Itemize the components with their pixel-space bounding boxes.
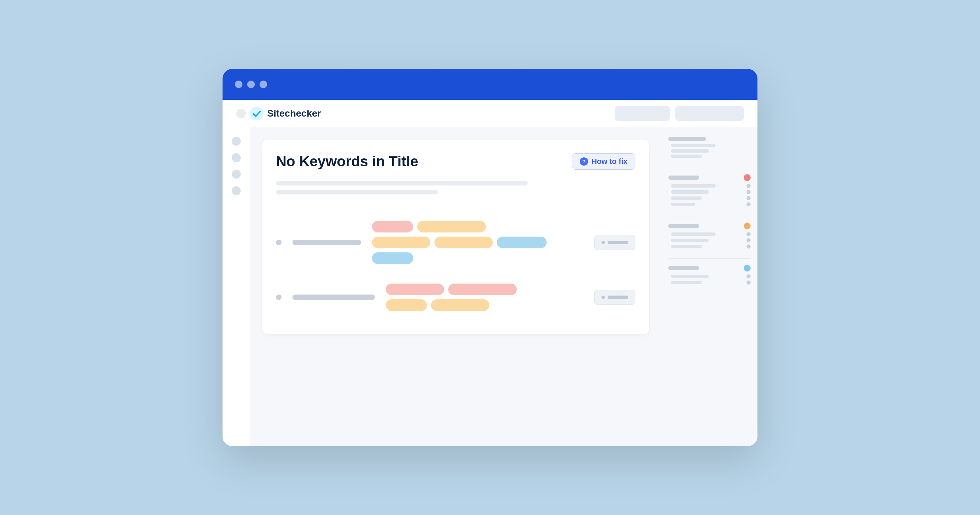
rp-sub-row-3-3 [671, 245, 751, 249]
tags-row-1b [372, 237, 583, 248]
tag-pink-3 [448, 284, 517, 295]
tags-row-2a [386, 284, 583, 295]
browser-dot-1[interactable] [235, 81, 242, 88]
rp-sub-lines-2 [668, 184, 751, 207]
rp-row-header-4 [668, 265, 751, 272]
logo-circle-placeholder [236, 109, 246, 118]
rp-dot-2-1 [746, 184, 751, 188]
tags-row-2b [386, 299, 583, 311]
tag-orange-5 [431, 299, 489, 311]
rp-group-3 [668, 223, 751, 249]
rp-header-line-2 [668, 176, 699, 180]
nav-buttons [615, 106, 744, 121]
sidebar [223, 127, 250, 446]
tag-blue-2 [372, 252, 413, 264]
rp-divider-2 [668, 216, 751, 216]
rp-sub-row-2-1 [671, 184, 751, 188]
browser-dots [235, 81, 267, 88]
skeleton-lines [276, 181, 635, 194]
rp-row-header-3 [668, 223, 751, 229]
action-line-1 [608, 241, 628, 244]
main-content: No Keywords in Title ? How to fix [250, 127, 662, 446]
rp-sub-row-2-4 [671, 202, 751, 207]
rp-dot-3-1 [746, 232, 751, 236]
tag-orange-4 [386, 299, 427, 311]
top-nav: Sitechecker [223, 100, 757, 127]
rp-sub-row-3-2 [671, 238, 751, 242]
rp-header-line-1 [668, 137, 706, 141]
row-indicator-1 [276, 240, 282, 245]
sidebar-item-1[interactable] [232, 137, 241, 146]
sidebar-item-4[interactable] [232, 186, 241, 195]
row-action-2[interactable] [594, 290, 635, 305]
rp-sub-row-3-1 [671, 232, 751, 236]
rp-sub-1-1 [671, 144, 716, 147]
browser-dot-2[interactable] [247, 81, 255, 88]
tag-blue-1 [497, 237, 547, 248]
rp-divider-1 [668, 168, 751, 168]
rp-row-header-1 [668, 137, 751, 141]
row-action-1[interactable] [594, 235, 635, 250]
row-url-2 [293, 294, 375, 300]
rp-dot-3-2 [746, 238, 751, 242]
rp-dot-2-4 [746, 202, 751, 207]
browser-dot-3[interactable] [259, 81, 267, 88]
logo-text: Sitechecker [267, 108, 321, 119]
rp-sub-lines-1 [668, 144, 751, 158]
rp-sub-row-2-3 [671, 196, 751, 200]
card-title: No Keywords in Title [276, 153, 418, 170]
action-dot-2 [601, 296, 605, 299]
rp-header-line-4 [668, 266, 699, 270]
how-to-fix-button[interactable]: ? How to fix [572, 153, 635, 170]
rp-sub-row-4-2 [671, 280, 751, 285]
table-row [276, 211, 635, 274]
rp-sub-3-2 [671, 238, 709, 242]
sidebar-item-2[interactable] [232, 153, 241, 162]
action-dot-1 [601, 241, 605, 244]
rp-sub-2-2 [671, 190, 709, 194]
tags-area-1 [372, 221, 583, 264]
rp-sub-2-3 [671, 197, 702, 200]
rp-sub-3-1 [671, 232, 716, 236]
rp-dot-2-2 [746, 190, 751, 194]
how-to-fix-icon: ? [580, 157, 588, 165]
rp-sub-row-4-1 [671, 274, 751, 278]
browser-content: Sitechecker No Keywords in Title ? [223, 100, 757, 446]
tags-row-1c [372, 252, 583, 264]
rp-divider-3 [668, 258, 751, 259]
table-row-2 [276, 274, 635, 321]
sidebar-item-3[interactable] [232, 170, 241, 179]
nav-button-secondary[interactable] [675, 106, 744, 121]
skeleton-line-medium [276, 190, 438, 194]
rp-sub-2-4 [671, 203, 695, 206]
rp-sub-2-1 [671, 184, 716, 188]
tag-orange-2 [372, 237, 430, 248]
rp-group-1 [668, 137, 751, 158]
rp-sub-lines-4 [668, 274, 751, 285]
svg-point-0 [250, 106, 264, 120]
content-card: No Keywords in Title ? How to fix [262, 140, 649, 334]
rp-row-header-2 [668, 174, 751, 181]
rp-sub-4-2 [671, 281, 702, 284]
tag-orange-1 [417, 221, 486, 232]
tag-pink-1 [372, 221, 413, 232]
how-to-fix-label: How to fix [592, 157, 627, 166]
browser-titlebar [223, 69, 757, 100]
rp-sub-3-3 [671, 245, 702, 248]
rp-sub-row-2-2 [671, 190, 751, 194]
tags-row-1a [372, 221, 583, 232]
rp-sub-1-2 [671, 149, 709, 153]
logo-area: Sitechecker [250, 106, 321, 120]
rp-sub-4-1 [671, 275, 709, 278]
browser-window: Sitechecker No Keywords in Title ? [223, 69, 757, 446]
rp-indicator-red [744, 174, 751, 181]
action-line-2 [608, 296, 628, 299]
row-indicator-2 [276, 294, 282, 300]
rp-dot-2-3 [746, 196, 751, 200]
rp-sub-lines-3 [668, 232, 751, 249]
tag-pink-2 [386, 284, 444, 295]
right-panel [662, 127, 757, 446]
nav-button-primary[interactable] [615, 106, 670, 121]
rp-dot-3-3 [746, 245, 751, 249]
rp-sub-1-3 [671, 155, 702, 158]
